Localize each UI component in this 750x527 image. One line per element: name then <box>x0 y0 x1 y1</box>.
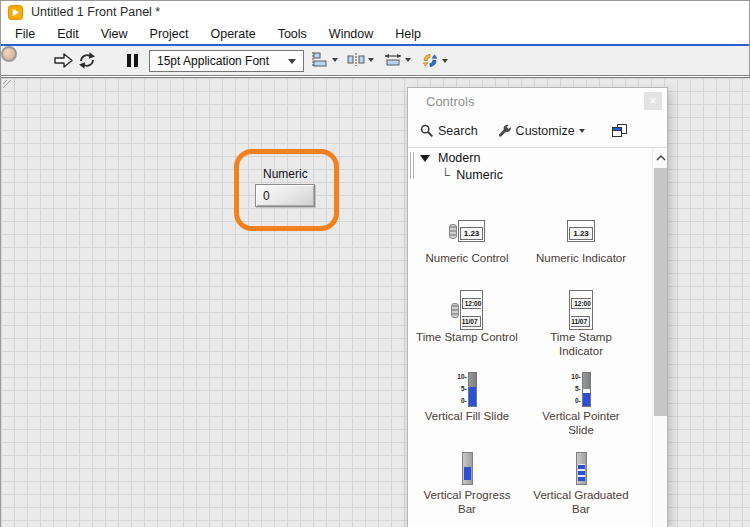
pin-window-icon <box>611 123 628 138</box>
tree-category-modern[interactable]: Modern <box>420 151 480 165</box>
palette-item-label: Numeric Control <box>425 252 508 266</box>
palette-item-numeric-indicator[interactable]: 1.23 Numeric Indicator <box>525 210 637 289</box>
menu-item-view[interactable]: View <box>97 25 132 43</box>
palette-scrollbar[interactable] <box>652 148 667 527</box>
run-continuously-icon <box>77 51 97 70</box>
run-continuously-button[interactable] <box>77 51 97 70</box>
menu-bar: File Edit View Project Operate Tools Win… <box>1 23 749 46</box>
palette-item-label: Vertical Pointer Slide <box>528 410 634 437</box>
palette-item-vertical-progress-bar[interactable]: Vertical Progress Bar <box>411 447 523 526</box>
search-label: Search <box>438 124 478 138</box>
abort-button[interactable] <box>1 46 17 62</box>
menu-item-edit[interactable]: Edit <box>53 25 83 43</box>
scrollbar-thumb[interactable] <box>654 168 667 416</box>
palette-title: Controls <box>426 94 474 109</box>
scale-tick: 10- <box>571 374 580 381</box>
pin-palette-button[interactable] <box>611 123 628 138</box>
font-selector-value: 15pt Application Font <box>157 54 269 68</box>
time-icon-bottom: 11/07 <box>462 318 478 325</box>
distribute-objects-dropdown[interactable] <box>347 52 374 67</box>
wrench-icon <box>498 124 512 138</box>
distribute-objects-icon <box>347 52 365 67</box>
reorder-dropdown[interactable] <box>421 52 448 69</box>
numeric-indicator-icon: 1.23 <box>567 210 595 252</box>
palette-item-vertical-graduated-bar[interactable]: Vertical Graduated Bar <box>525 447 637 526</box>
title-bar: Untitled 1 Front Panel * <box>1 1 749 23</box>
run-button[interactable] <box>53 51 74 70</box>
numeric-icon-text: 1.23 <box>460 227 484 240</box>
palette-body: Modern └ Numeric 1.23 Numeric Control <box>408 148 667 527</box>
palette-item-grid: 1.23 Numeric Control 1.23 Numeric Indica… <box>410 210 638 526</box>
chevron-down-icon <box>332 58 338 62</box>
scale-tick: 10- <box>457 374 466 381</box>
expanded-triangle-icon <box>420 155 430 162</box>
resize-objects-dropdown[interactable] <box>384 52 411 67</box>
palette-item-vertical-pointer-slide[interactable]: 10- 5- 0- Vertical Pointer Slide <box>525 368 637 447</box>
menu-item-help[interactable]: Help <box>391 25 425 43</box>
menu-item-file[interactable]: File <box>11 25 39 43</box>
menu-item-operate[interactable]: Operate <box>206 25 259 43</box>
align-objects-dropdown[interactable] <box>311 52 338 67</box>
menu-item-window[interactable]: Window <box>325 25 377 43</box>
align-objects-icon <box>311 52 329 67</box>
font-selector[interactable]: 15pt Application Font <box>149 50 304 72</box>
time-icon-bottom: 11/07 <box>571 318 587 325</box>
pointer-icon <box>583 389 590 393</box>
tree-category-label: Modern <box>438 151 480 165</box>
chevron-up-icon <box>656 155 666 161</box>
pause-button[interactable] <box>127 54 138 67</box>
front-panel[interactable]: Numeric 0 Controls × Search <box>1 77 750 527</box>
palette-item-label: Vertical Progress Bar <box>414 489 520 516</box>
window-title: Untitled 1 Front Panel * <box>31 5 160 19</box>
palette-item-vertical-fill-slide[interactable]: 10- 5- 0- Vertical Fill Slide <box>411 368 523 447</box>
palette-toolbar: Search Customize <box>408 114 667 147</box>
pause-icon <box>127 54 131 67</box>
time-icon-top: 12:00 <box>465 300 482 307</box>
chevron-down-icon <box>368 58 374 62</box>
palette-item-label: Time Stamp Control <box>416 331 518 345</box>
numeric-control-icon: 1.23 <box>449 210 486 252</box>
search-button[interactable]: Search <box>420 124 478 138</box>
tree-elbow-icon: └ <box>441 168 450 182</box>
palette-item-label: Time Stamp Indicator <box>528 331 634 358</box>
toolbar: 15pt Application Font <box>1 46 749 76</box>
run-icon <box>53 51 74 70</box>
tree-subcategory-numeric[interactable]: └ Numeric <box>441 168 503 182</box>
numeric-icon-text: 1.23 <box>569 227 593 240</box>
vertical-graduated-bar-icon <box>576 447 587 489</box>
scale-tick: 0- <box>457 398 466 405</box>
chevron-down-icon <box>579 129 585 133</box>
palette-item-numeric-control[interactable]: 1.23 Numeric Control <box>411 210 523 289</box>
palette-item-time-stamp-indicator[interactable]: 12:00 11/07 Time Stamp Indicator <box>525 289 637 368</box>
pause-icon-bar2 <box>134 54 138 67</box>
labview-window: Untitled 1 Front Panel * File Edit View … <box>0 0 750 527</box>
panel-origin-icon <box>2 79 12 89</box>
palette-item-label: Vertical Fill Slide <box>425 410 509 424</box>
knob-icon <box>449 224 457 239</box>
tree-handle <box>410 152 414 179</box>
scroll-up-button[interactable] <box>653 151 668 165</box>
menu-item-project[interactable]: Project <box>146 25 193 43</box>
chevron-down-icon <box>288 59 296 64</box>
palette-item-label: Vertical Graduated Bar <box>528 489 634 516</box>
palette-item-time-stamp-control[interactable]: 12:00 11/07 Time Stamp Control <box>411 289 523 368</box>
close-icon[interactable]: × <box>644 92 662 110</box>
numeric-control-label: Numeric <box>263 167 308 181</box>
vertical-pointer-slide-icon: 10- 5- 0- <box>571 368 590 410</box>
tree-subcategory-label: Numeric <box>456 168 503 182</box>
chevron-down-icon <box>405 58 411 62</box>
time-stamp-control-icon: 12:00 11/07 <box>451 289 484 331</box>
menu-item-tools[interactable]: Tools <box>274 25 311 43</box>
customize-label: Customize <box>516 124 575 138</box>
knob-icon <box>451 303 459 318</box>
scale-tick: 0- <box>571 398 580 405</box>
time-icon-top: 12:00 <box>574 300 591 307</box>
controls-palette: Controls × Search Customize <box>407 87 668 527</box>
customize-button[interactable]: Customize <box>498 124 585 138</box>
labview-logo-icon <box>8 5 23 20</box>
numeric-control-value: 0 <box>263 189 270 203</box>
resize-objects-icon <box>384 52 402 67</box>
reorder-icon <box>421 52 439 69</box>
palette-item-label: Numeric Indicator <box>536 252 626 266</box>
numeric-control-input[interactable]: 0 <box>255 184 315 207</box>
